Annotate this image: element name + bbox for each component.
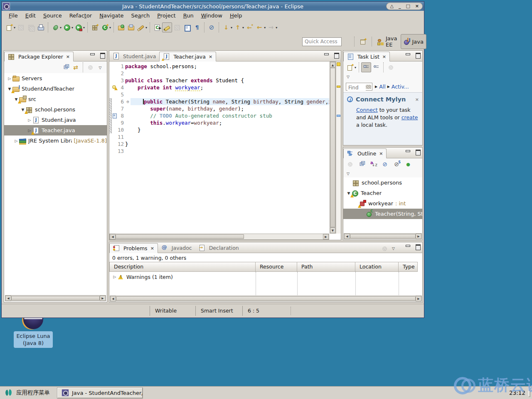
menu-item[interactable]: Navigate: [96, 12, 127, 20]
column-header[interactable]: Path: [297, 262, 355, 272]
code-line[interactable]: 6 ⊖ public Teacher(String name, String b…: [109, 98, 329, 105]
tree-item[interactable]: ▷ Student.java: [4, 115, 107, 125]
outline-item[interactable]: school.persons: [343, 177, 422, 188]
code-line[interactable]: 13: [109, 148, 329, 155]
last-edit-location[interactable]: [244, 22, 254, 32]
scroll-up-icon[interactable]: ▲: [330, 62, 335, 68]
mylyn-text[interactable]: create: [401, 114, 418, 121]
collapse-all[interactable]: [357, 159, 367, 169]
close-icon[interactable]: ×: [66, 54, 70, 59]
tab-task-list[interactable]: Task List ×: [343, 52, 390, 62]
code-line[interactable]: 1 package school.persons;: [109, 63, 329, 70]
title-bar[interactable]: Java - StudentAndTeacher/src/school/pers…: [2, 2, 424, 11]
code-line[interactable]: 12 }: [109, 140, 329, 148]
overview-ruler[interactable]: [336, 62, 341, 234]
chevron-right-icon[interactable]: ▶: [387, 85, 390, 89]
menu-item[interactable]: Project: [153, 12, 180, 20]
code-line[interactable]: 2: [109, 70, 329, 77]
tree-item[interactable]: ▷ Teacher.java: [4, 125, 107, 135]
maximize-icon[interactable]: [415, 53, 421, 58]
column-header[interactable]: Description: [109, 262, 256, 272]
menu-item[interactable]: Refactor: [66, 12, 96, 20]
mylyn-text[interactable]: a local task.: [356, 122, 387, 128]
scroll-right-icon[interactable]: ▶: [416, 234, 421, 239]
minimize-icon[interactable]: [405, 244, 411, 249]
code-line[interactable]: 3 public class Teacher extends Student {: [109, 77, 329, 84]
expander-icon[interactable]: ▷: [27, 118, 32, 122]
close-icon[interactable]: ×: [150, 246, 154, 251]
focus-workweek[interactable]: [386, 62, 396, 72]
menu-item[interactable]: Run: [180, 12, 197, 20]
maximize-icon[interactable]: [415, 244, 421, 249]
expander-icon[interactable]: ▷: [13, 139, 19, 143]
bottom-view-tab[interactable]: Javadoc: [158, 243, 195, 253]
search[interactable]: [136, 22, 146, 32]
new-wizard[interactable]: [4, 22, 14, 32]
hide-fields[interactable]: [380, 159, 390, 169]
taskbar-window-button[interactable]: Java - StudentAndTeacher/…: [57, 388, 143, 398]
editor-tab[interactable]: Student.java: [109, 51, 159, 61]
close-icon[interactable]: ×: [379, 151, 383, 156]
show-whitespace[interactable]: [192, 22, 202, 32]
forward[interactable]: [266, 22, 276, 32]
horizontal-scrollbar[interactable]: ◀ ▶: [110, 296, 422, 302]
quick-access-input[interactable]: [302, 37, 342, 46]
scroll-right-icon[interactable]: ▶: [100, 296, 106, 301]
maximize-icon[interactable]: [333, 53, 339, 58]
debug[interactable]: [50, 22, 60, 32]
warning-mark[interactable]: [337, 86, 340, 88]
save[interactable]: [16, 22, 26, 32]
close-button[interactable]: ×: [415, 3, 419, 10]
horizontal-scrollbar[interactable]: ◀ ▶: [344, 233, 422, 239]
bottom-view-tab[interactable]: Problems ×: [109, 243, 158, 253]
scheduled[interactable]: [371, 62, 381, 72]
minimize-icon[interactable]: [89, 53, 95, 58]
clear-find-icon[interactable]: [366, 85, 371, 89]
chevron-right-icon[interactable]: ▶: [375, 85, 377, 89]
code-line[interactable]: 11: [109, 133, 329, 140]
menu-item[interactable]: Edit: [22, 12, 39, 20]
code-area[interactable]: 1 package school.persons; 2: [109, 62, 329, 234]
minimize-icon[interactable]: [323, 53, 329, 58]
open-task[interactable]: [116, 22, 126, 32]
find-field[interactable]: [346, 83, 372, 91]
column-header[interactable]: Resource: [256, 262, 297, 272]
code-line[interactable]: 5: [109, 91, 329, 98]
run[interactable]: [62, 22, 72, 32]
scroll-right-icon[interactable]: ▶: [323, 234, 329, 239]
save-all[interactable]: [26, 22, 36, 32]
column-header[interactable]: Type: [399, 262, 418, 272]
back[interactable]: [254, 22, 264, 32]
close-icon[interactable]: ×: [382, 54, 386, 59]
task-list-filter-link[interactable]: All: [379, 84, 386, 90]
skip-all-breakpoints[interactable]: [207, 22, 217, 32]
applications-menu-button[interactable]: 应用程序菜单: [0, 387, 55, 399]
horizontal-scrollbar[interactable]: ◀ ▶: [109, 234, 329, 240]
shade-button[interactable]: △: [390, 3, 393, 10]
perspective-java[interactable]: Java: [401, 34, 426, 49]
scroll-left-icon[interactable]: ◀: [110, 296, 116, 301]
minimize-button[interactable]: _: [399, 3, 401, 10]
categorized[interactable]: [361, 62, 371, 72]
hide-non-public[interactable]: [403, 159, 413, 169]
expander-icon[interactable]: ▷: [7, 76, 12, 81]
code-line[interactable]: 8 // TODO Auto-generated constructor stu…: [109, 112, 329, 119]
tree-item[interactable]: ▷ Servers: [4, 73, 107, 84]
run-external-tools[interactable]: [74, 22, 84, 32]
hide-static[interactable]: [392, 159, 401, 169]
task-list-filter-link[interactable]: Activ...: [392, 84, 409, 90]
maximize-icon[interactable]: [99, 53, 105, 58]
minimize-icon[interactable]: [405, 150, 411, 155]
close-icon[interactable]: ×: [415, 97, 419, 102]
outline-item[interactable]: workyear : int: [343, 198, 422, 209]
tab-package-explorer[interactable]: Package Explorer ×: [4, 52, 74, 62]
coverage[interactable]: [152, 22, 162, 32]
mark-occurrences[interactable]: [162, 22, 172, 32]
code-line[interactable]: 4 private int workyear;: [109, 84, 329, 91]
scroll-down-icon[interactable]: ▼: [330, 227, 335, 233]
code-line[interactable]: 9 this.workyear=workyear;: [109, 119, 329, 126]
menu-item[interactable]: Help: [226, 12, 246, 20]
view-menu-icon[interactable]: ▽: [347, 172, 350, 176]
outline-item[interactable]: ▼ Teacher: [343, 188, 422, 198]
maximize-button[interactable]: □: [406, 3, 410, 10]
